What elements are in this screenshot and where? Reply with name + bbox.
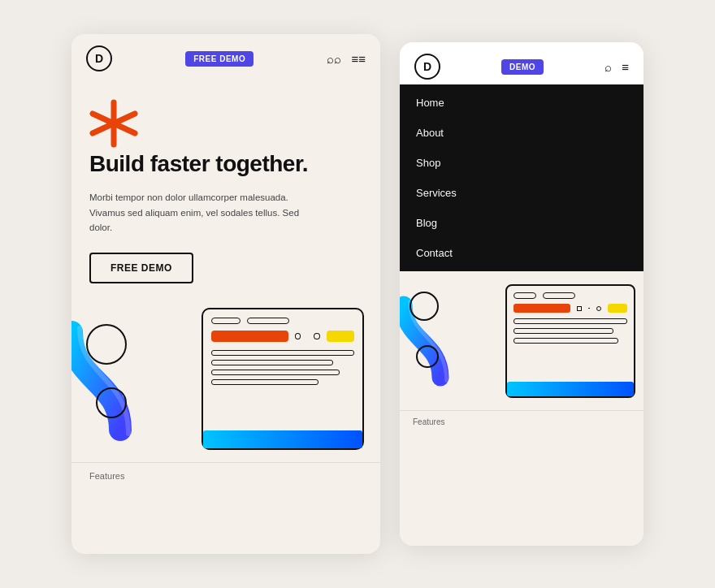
right-menu-item-blog[interactable]: Blog bbox=[400, 208, 644, 238]
right-circle-top bbox=[410, 292, 439, 321]
right-logo: D bbox=[414, 54, 440, 80]
left-demo-badge[interactable]: FREE DEMO bbox=[185, 51, 254, 67]
left-connect-row bbox=[211, 331, 354, 342]
right-demo-badge[interactable]: DEMO bbox=[501, 59, 544, 75]
left-yellow-bar bbox=[327, 331, 354, 342]
left-logo: D bbox=[86, 45, 112, 71]
right-menu-item-contact[interactable]: Contact bbox=[400, 238, 644, 268]
left-nav-icons: ⌕ ≡ bbox=[327, 52, 366, 66]
left-menu-icon[interactable]: ≡ bbox=[351, 52, 366, 66]
right-ui-line-2 bbox=[514, 328, 613, 334]
right-features-strip: Features bbox=[400, 410, 644, 433]
left-hero-title: Build faster together. bbox=[89, 151, 362, 177]
left-hero-section: Build faster together. Morbi tempor non … bbox=[72, 83, 380, 283]
right-pill-2 bbox=[543, 292, 575, 299]
right-menu-item-services[interactable]: Services bbox=[400, 178, 644, 208]
right-blue-ribbon bbox=[507, 382, 634, 396]
left-ui-line-2 bbox=[211, 360, 333, 365]
right-pill-1 bbox=[514, 292, 536, 299]
left-connect-dot-left bbox=[295, 333, 301, 339]
left-pill-1 bbox=[211, 318, 240, 324]
left-phone-ui-illustration bbox=[202, 308, 364, 450]
canvas: D FREE DEMO ⌕ ≡ Build faster together. M… bbox=[0, 0, 715, 588]
right-menu-item-shop[interactable]: Shop bbox=[400, 148, 644, 178]
left-phone-mockup: D FREE DEMO ⌕ ≡ Build faster together. M… bbox=[72, 34, 380, 554]
right-phone-ui-illustration bbox=[505, 284, 635, 398]
right-phone-mockup: D DEMO ⌕ ≡ Home About Shop Services Blog… bbox=[400, 42, 644, 546]
right-connect-line bbox=[588, 308, 590, 309]
right-search-icon[interactable]: ⌕ bbox=[604, 60, 612, 74]
left-ui-line-1 bbox=[211, 350, 354, 356]
left-ui-line-3 bbox=[211, 370, 340, 375]
right-menu-item-about[interactable]: About bbox=[400, 118, 644, 148]
left-features-strip: Features bbox=[72, 462, 380, 489]
right-nav-icons: ⌕ ≡ bbox=[604, 60, 629, 74]
left-red-bar bbox=[211, 331, 288, 342]
left-ui-line-4 bbox=[211, 379, 318, 385]
right-menu-item-home[interactable]: Home bbox=[400, 88, 644, 118]
right-yellow-bar bbox=[608, 304, 627, 313]
right-dot-l bbox=[577, 306, 582, 311]
left-search-icon[interactable]: ⌕ bbox=[327, 52, 341, 66]
right-red-bar bbox=[514, 304, 570, 313]
right-menu-icon[interactable]: ≡ bbox=[622, 60, 629, 74]
right-ui-line-1 bbox=[514, 318, 627, 324]
right-ui-line-3 bbox=[514, 338, 618, 344]
right-menu-overlay: Home About Shop Services Blog Contact bbox=[400, 84, 644, 271]
left-illustration bbox=[72, 300, 380, 462]
left-lines-block bbox=[211, 350, 354, 385]
left-pill-2 bbox=[247, 318, 289, 324]
right-illustration bbox=[400, 280, 644, 410]
right-circle-bottom bbox=[416, 345, 439, 368]
left-nav-bar: D FREE DEMO ⌕ ≡ bbox=[72, 34, 380, 83]
left-asterisk-icon bbox=[89, 99, 138, 151]
right-dot-r bbox=[596, 306, 601, 311]
left-blue-ribbon bbox=[203, 430, 362, 448]
left-hero-text: Morbi tempor non dolor ullamcorper males… bbox=[89, 190, 317, 235]
left-connect-dot-right bbox=[314, 333, 320, 339]
left-cta-button[interactable]: FREE DEMO bbox=[89, 253, 193, 283]
